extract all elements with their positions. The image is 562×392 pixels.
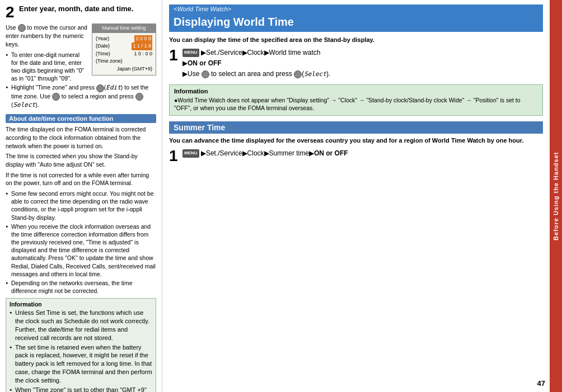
info-bullet-3: When "Time zone" is set to other than "G… xyxy=(10,386,152,392)
info-bullet-1: Unless Set Time is set, the functions wh… xyxy=(10,309,152,342)
wt-step1-line1: MENU ▶Set./Service▶Clock▶World time watc… xyxy=(182,48,330,58)
bullet-timezone: Highlight "Time zone" and press (Edit) t… xyxy=(6,83,156,110)
left-info-box: Information Unless Set Time is set, the … xyxy=(6,298,156,392)
bullet-one-digit: To enter one-digit numeral for the date … xyxy=(6,51,156,83)
side-tab-text: Before Using the Handset xyxy=(552,152,559,240)
left-info-bullets: Unless Set Time is set, the functions wh… xyxy=(10,309,152,392)
step-2-header: 2 Enter year, month, date and time. xyxy=(6,4,156,20)
wt-step1-line3: ▶Use to select an area and press (Select… xyxy=(182,69,330,79)
correction-bullet-3: Depending on the networks overseas, the … xyxy=(6,279,156,295)
correction-p1: The time displayed on the FOMA terminal … xyxy=(6,125,156,150)
wt-step1-content: MENU ▶Set./Service▶Clock▶World time watc… xyxy=(182,48,330,80)
wt-step1-line2: ▶ON or OFF xyxy=(182,58,330,69)
left-column: 2 Enter year, month, date and time. Manu… xyxy=(0,0,162,392)
summer-time-intro: You can advance the time displayed for t… xyxy=(169,137,543,144)
correction-p2: The time is corrected when you show the … xyxy=(6,152,156,168)
screenshot-row-year: (Year)2 0 0 8 xyxy=(96,35,152,43)
correction-p3: If the time is not corrected for a while… xyxy=(6,171,156,187)
confirm-area-icon xyxy=(294,70,302,78)
correction-bullet-2: When you receive the clock information o… xyxy=(6,223,156,278)
right-main-content: <World Time Watch> Displaying World Time… xyxy=(162,0,550,392)
summer-step1-content: MENU ▶Set./Service▶Clock▶Summer time▶ON … xyxy=(182,148,348,159)
cursor-icon xyxy=(18,24,26,32)
step-number-2: 2 xyxy=(6,4,16,20)
right-column: <World Time Watch> Displaying World Time… xyxy=(162,0,550,392)
summer-time-step1: 1 MENU ▶Set./Service▶Clock▶Summer time▶O… xyxy=(169,148,543,164)
right-info-title: Information xyxy=(174,88,538,95)
summer-step1-line: MENU ▶Set./Service▶Clock▶Summer time▶ON … xyxy=(182,148,348,159)
menu-icon: MENU xyxy=(182,49,199,57)
screenshot-row-date: (Date)1 1 / 1 8 xyxy=(96,42,152,50)
summer-time-header: Summer Time xyxy=(169,121,543,134)
world-time-intro: You can display the time of the specifie… xyxy=(169,36,543,43)
edit-label: Edit xyxy=(106,84,121,91)
screenshot-title: Manual time setting xyxy=(92,24,156,33)
correction-bullet-1: Some few second errors might occur. You … xyxy=(6,190,156,221)
correction-body: The time displayed on the FOMA terminal … xyxy=(6,125,156,295)
area-select-icon xyxy=(202,70,209,78)
world-time-header-main: Displaying World Time xyxy=(169,13,543,32)
summer-menu-icon: MENU xyxy=(182,149,199,158)
left-info-title: Information xyxy=(10,301,152,308)
right-info-box: Information ●World Time Watch does not a… xyxy=(169,84,543,116)
select-label-right: Select xyxy=(304,70,326,78)
confirm-btn-icon xyxy=(135,93,143,101)
select-btn-icon xyxy=(52,93,60,101)
edit-btn-icon xyxy=(96,84,104,92)
world-time-header-sub: <World Time Watch> xyxy=(169,4,543,13)
world-time-step1: 1 MENU ▶Set./Service▶Clock▶World time wa… xyxy=(169,48,543,80)
wt-step-number-1: 1 xyxy=(169,48,179,63)
correction-section-header: About date/time correction function xyxy=(6,114,156,123)
summer-step-number-1: 1 xyxy=(169,148,179,164)
side-tab: Before Using the Handset xyxy=(550,0,562,392)
select-label: Select xyxy=(13,101,36,108)
step-2-bullets: To enter one-digit numeral for the date … xyxy=(6,51,156,110)
info-bullet-2: The set time is retained even when the b… xyxy=(10,343,152,385)
page-number: 47 xyxy=(537,379,545,388)
right-info-bullet-1: ●World Time Watch does not appear when "… xyxy=(174,96,538,112)
correction-bullets: Some few second errors might occur. You … xyxy=(6,190,156,295)
step-2-title: Enter year, month, date and time. xyxy=(19,4,133,14)
